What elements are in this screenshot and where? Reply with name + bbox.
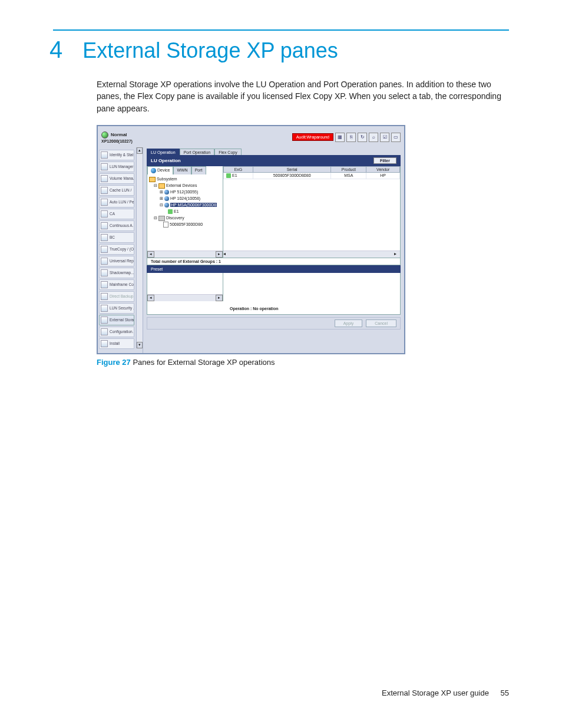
- sidebar-item[interactable]: TrueCopy / (O...: [99, 244, 134, 255]
- chapter-title: External Storage XP panes: [82, 38, 338, 63]
- nav-icon: [101, 222, 108, 229]
- scroll-left-icon[interactable]: ◂: [147, 295, 154, 301]
- device-icon: [164, 196, 169, 201]
- sidebar-item[interactable]: Mainframe Co...: [99, 279, 134, 290]
- toolbar-icon[interactable]: ⎘: [346, 133, 356, 142]
- tree-node-selected[interactable]: HP MSA(50006F3000D8: [170, 203, 217, 207]
- sidebar-item[interactable]: Configuration...: [99, 327, 134, 337]
- sidebar-item[interactable]: Direct Backup: [99, 291, 134, 302]
- sidebar-item-label: Auto LUN / Pe...: [110, 200, 134, 204]
- table-h-scrollbar[interactable]: ◂ ▸: [223, 251, 400, 258]
- sidebar-scrollbar[interactable]: ▴ ▾: [136, 147, 143, 348]
- nav-icon: [101, 328, 108, 335]
- sidebar-item[interactable]: LUN Manager: [99, 162, 134, 172]
- sidebar-item[interactable]: LUN Security ...: [99, 303, 134, 314]
- toolbar-icon[interactable]: ▭: [391, 133, 401, 142]
- tree-tab-port[interactable]: Port: [191, 166, 206, 174]
- tree-node[interactable]: 500805F3000D80: [170, 222, 203, 226]
- folder-icon: [149, 177, 156, 182]
- tree-tab-device[interactable]: Device: [147, 166, 173, 174]
- nav-icon: [101, 317, 108, 324]
- col-vendor[interactable]: Vendor: [366, 166, 400, 172]
- filter-button[interactable]: Filter: [373, 157, 396, 164]
- scroll-right-icon[interactable]: ▸: [216, 251, 223, 258]
- nav-icon: [101, 246, 108, 253]
- scroll-down-icon[interactable]: ▾: [137, 342, 143, 348]
- sidebar-item-label: Volume Mana...: [110, 176, 134, 180]
- tree-node[interactable]: HP 512(30055): [170, 190, 198, 194]
- status-icon: [101, 131, 108, 139]
- audit-badge: Audit:Wraparound: [292, 133, 333, 141]
- folder-icon: [158, 183, 165, 189]
- sidebar-item[interactable]: Identity & Stat...: [99, 150, 134, 160]
- sidebar-item-label: CA: [110, 212, 115, 216]
- sidebar-item[interactable]: Universal Rep...: [99, 256, 134, 266]
- tab-port-operation[interactable]: Port Operation: [180, 149, 215, 155]
- sidebar-item[interactable]: CA: [99, 209, 134, 219]
- tree-h-scrollbar[interactable]: ◂ ▸: [147, 251, 223, 258]
- mini-h-scrollbar[interactable]: ◂ ▸: [147, 294, 223, 301]
- chapter-number: 4: [49, 37, 62, 63]
- window-subtitle: XP12000(10227): [101, 139, 133, 143]
- operation-label: Operation : No operation: [230, 307, 278, 311]
- preset-header: Preset: [147, 265, 401, 273]
- sidebar-item[interactable]: BC: [99, 232, 134, 243]
- tree-node[interactable]: Subsystem: [157, 177, 177, 181]
- lun-icon: [226, 173, 231, 178]
- nav-icon: [101, 305, 108, 312]
- cell-vendor: HP: [366, 172, 400, 179]
- figure-label: Figure 27: [97, 358, 131, 367]
- sidebar-item-external-storage[interactable]: External Stora...: [99, 315, 134, 325]
- scroll-up-icon[interactable]: ▴: [137, 147, 143, 154]
- nav-icon: [101, 163, 108, 170]
- sidebar-item-label: LUN Security ...: [110, 306, 134, 310]
- cancel-button[interactable]: Cancel: [366, 319, 396, 327]
- scroll-left-icon[interactable]: ◂: [147, 251, 154, 258]
- sidebar-item-label: Shadowmap...: [110, 271, 134, 275]
- table-row[interactable]: E1 500805F3000D8080 MSA HP: [224, 172, 400, 179]
- tree-node[interactable]: Discovery: [166, 216, 184, 220]
- sidebar-item[interactable]: Volume Mana...: [99, 173, 134, 184]
- sidebar-item[interactable]: Install: [99, 338, 134, 349]
- scroll-right-icon[interactable]: ▸: [216, 295, 223, 301]
- toolbar-icon[interactable]: ▦: [335, 133, 345, 142]
- sidebar-item-label: TrueCopy / (O...: [110, 247, 134, 251]
- sidebar-item-label: Configuration...: [110, 330, 134, 334]
- tree-tab-wwn[interactable]: WWN: [173, 166, 191, 174]
- col-serial[interactable]: Serial: [253, 166, 331, 172]
- lu-table: ExG Serial Product Vendor E1 500805F3000…: [223, 166, 400, 179]
- nav-icon: [101, 187, 108, 194]
- sidebar-item[interactable]: Cache LUN /: [99, 185, 134, 196]
- sidebar-item[interactable]: Shadowmap...: [99, 268, 134, 278]
- toolbar-icon[interactable]: ☑: [380, 133, 389, 142]
- col-product[interactable]: Product: [331, 166, 366, 172]
- totals-label: Total number of External Groups : 1: [147, 258, 401, 265]
- device-icon: [164, 203, 169, 207]
- col-exg[interactable]: ExG: [224, 166, 253, 172]
- tree-node[interactable]: E1: [174, 209, 179, 213]
- globe-icon: [151, 168, 156, 173]
- tab-lu-operation[interactable]: LU Operation: [147, 149, 180, 155]
- discovery-icon: [158, 216, 165, 221]
- sidebar-item[interactable]: Auto LUN / Pe...: [99, 197, 134, 207]
- tree-node[interactable]: External Devices: [166, 183, 197, 187]
- sidebar-item-label: LUN Manager: [110, 164, 133, 169]
- scroll-right-icon[interactable]: ▸: [394, 251, 400, 256]
- scroll-left-icon[interactable]: ◂: [223, 251, 229, 256]
- toolbar-icon[interactable]: ↻: [358, 133, 367, 142]
- sidebar-item[interactable]: Continuous A...: [99, 220, 134, 231]
- sidebar-item-label: Direct Backup: [110, 294, 133, 298]
- apply-button[interactable]: Apply: [335, 319, 363, 327]
- operation-box: ◂ ▸ Operation : No operation: [147, 273, 401, 315]
- sidebar-item-label: Continuous A...: [110, 223, 134, 228]
- sidebar-item-label: Install: [110, 341, 120, 345]
- sidebar-item-label: Identity & Stat...: [110, 153, 134, 157]
- doc-icon: [163, 222, 168, 228]
- toolbar-icon[interactable]: ⌕: [369, 133, 378, 142]
- tree-tab-label: Device: [157, 168, 170, 172]
- device-tree[interactable]: Subsystem ⊟ External Devices ⊞ HP 512(30…: [147, 174, 223, 251]
- tree-node[interactable]: HP 1024(10058): [170, 196, 200, 200]
- nav-icon: [101, 269, 108, 276]
- tab-flex-copy[interactable]: Flex Copy: [214, 149, 242, 155]
- lun-icon: [168, 209, 173, 214]
